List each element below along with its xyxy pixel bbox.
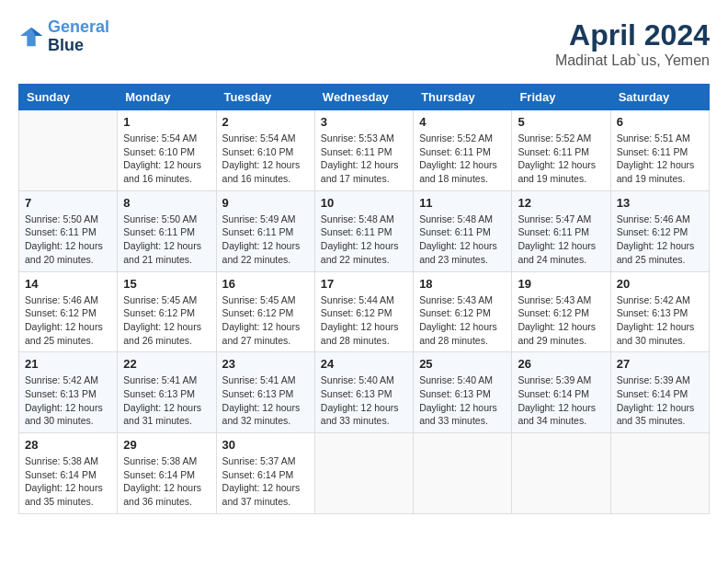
day-info: Sunrise: 5:48 AMSunset: 6:11 PMDaylight:… [419, 213, 506, 267]
location-title: Madinat Lab`us, Yemen [555, 52, 710, 69]
day-number: 21 [25, 357, 111, 371]
day-info: Sunrise: 5:47 AMSunset: 6:11 PMDaylight:… [518, 213, 604, 267]
day-number: 18 [419, 277, 506, 291]
calendar-cell: 17Sunrise: 5:44 AMSunset: 6:12 PMDayligh… [314, 271, 413, 352]
day-info: Sunrise: 5:50 AMSunset: 6:11 PMDaylight:… [25, 213, 111, 267]
day-number: 17 [321, 277, 407, 291]
day-info: Sunrise: 5:38 AMSunset: 6:14 PMDaylight:… [25, 454, 111, 509]
calendar-cell: 25Sunrise: 5:40 AMSunset: 6:13 PMDayligh… [414, 352, 512, 433]
calendar-table: SundayMondayTuesdayWednesdayThursdayFrid… [18, 84, 710, 514]
weekday-header: Friday [512, 85, 610, 110]
day-info: Sunrise: 5:46 AMSunset: 6:12 PMDaylight:… [617, 213, 703, 267]
calendar-cell: 1Sunrise: 5:54 AMSunset: 6:10 PMDaylight… [118, 110, 216, 191]
day-number: 27 [617, 357, 703, 371]
calendar-cell: 12Sunrise: 5:47 AMSunset: 6:11 PMDayligh… [512, 190, 610, 271]
day-info: Sunrise: 5:39 AMSunset: 6:14 PMDaylight:… [617, 373, 703, 428]
calendar-cell: 19Sunrise: 5:43 AMSunset: 6:12 PMDayligh… [512, 271, 610, 352]
calendar-cell: 3Sunrise: 5:53 AMSunset: 6:11 PMDaylight… [314, 110, 413, 191]
day-info: Sunrise: 5:48 AMSunset: 6:11 PMDaylight:… [321, 213, 407, 267]
calendar-cell: 5Sunrise: 5:52 AMSunset: 6:11 PMDaylight… [512, 110, 610, 191]
day-number: 3 [321, 115, 407, 129]
logo-icon [18, 24, 44, 50]
day-info: Sunrise: 5:43 AMSunset: 6:12 PMDaylight:… [419, 293, 506, 348]
calendar-cell: 28Sunrise: 5:38 AMSunset: 6:14 PMDayligh… [19, 433, 118, 514]
calendar-cell [19, 110, 118, 191]
calendar-week-row: 7Sunrise: 5:50 AMSunset: 6:11 PMDaylight… [19, 190, 710, 271]
day-info: Sunrise: 5:37 AMSunset: 6:14 PMDaylight:… [222, 454, 309, 509]
weekday-header: Sunday [19, 85, 118, 110]
day-info: Sunrise: 5:52 AMSunset: 6:11 PMDaylight:… [419, 132, 506, 186]
day-info: Sunrise: 5:43 AMSunset: 6:12 PMDaylight:… [518, 293, 604, 348]
day-info: Sunrise: 5:41 AMSunset: 6:13 PMDaylight:… [222, 373, 309, 428]
day-number: 8 [123, 196, 210, 210]
day-number: 14 [25, 277, 111, 291]
day-info: Sunrise: 5:40 AMSunset: 6:13 PMDaylight:… [419, 373, 506, 428]
calendar-cell: 16Sunrise: 5:45 AMSunset: 6:12 PMDayligh… [216, 271, 314, 352]
day-info: Sunrise: 5:42 AMSunset: 6:13 PMDaylight:… [25, 373, 111, 428]
weekday-header: Thursday [414, 85, 512, 110]
calendar-cell: 21Sunrise: 5:42 AMSunset: 6:13 PMDayligh… [19, 352, 118, 433]
day-number: 30 [222, 438, 309, 452]
day-number: 4 [419, 115, 506, 129]
calendar-cell: 13Sunrise: 5:46 AMSunset: 6:12 PMDayligh… [610, 190, 709, 271]
day-number: 19 [518, 277, 604, 291]
weekday-header: Tuesday [216, 85, 314, 110]
svg-marker-0 [20, 28, 42, 47]
day-info: Sunrise: 5:49 AMSunset: 6:11 PMDaylight:… [222, 213, 309, 267]
month-title: April 2024 [555, 18, 710, 52]
day-number: 26 [518, 357, 604, 371]
page-header: GeneralBlue April 2024 Madinat Lab`us, Y… [18, 18, 710, 69]
day-info: Sunrise: 5:38 AMSunset: 6:14 PMDaylight:… [123, 454, 210, 509]
logo-text: GeneralBlue [48, 18, 109, 55]
day-info: Sunrise: 5:45 AMSunset: 6:12 PMDaylight:… [222, 293, 309, 348]
day-number: 5 [518, 115, 604, 129]
day-number: 24 [321, 357, 407, 371]
day-number: 7 [25, 196, 111, 210]
calendar-week-row: 1Sunrise: 5:54 AMSunset: 6:10 PMDaylight… [19, 110, 710, 191]
calendar-cell: 27Sunrise: 5:39 AMSunset: 6:14 PMDayligh… [610, 352, 709, 433]
day-number: 20 [617, 277, 703, 291]
day-info: Sunrise: 5:39 AMSunset: 6:14 PMDaylight:… [518, 373, 604, 428]
calendar-cell [414, 433, 512, 514]
calendar-cell: 18Sunrise: 5:43 AMSunset: 6:12 PMDayligh… [414, 271, 512, 352]
calendar-cell: 8Sunrise: 5:50 AMSunset: 6:11 PMDaylight… [118, 190, 216, 271]
day-number: 11 [419, 196, 506, 210]
calendar-cell: 14Sunrise: 5:46 AMSunset: 6:12 PMDayligh… [19, 271, 118, 352]
day-number: 15 [123, 277, 210, 291]
day-number: 1 [123, 115, 210, 129]
weekday-header: Saturday [610, 85, 709, 110]
day-info: Sunrise: 5:42 AMSunset: 6:13 PMDaylight:… [617, 293, 703, 348]
calendar-cell: 24Sunrise: 5:40 AMSunset: 6:13 PMDayligh… [314, 352, 413, 433]
title-block: April 2024 Madinat Lab`us, Yemen [555, 18, 710, 69]
day-info: Sunrise: 5:40 AMSunset: 6:13 PMDaylight:… [321, 373, 407, 428]
calendar-cell: 2Sunrise: 5:54 AMSunset: 6:10 PMDaylight… [216, 110, 314, 191]
calendar-week-row: 14Sunrise: 5:46 AMSunset: 6:12 PMDayligh… [19, 271, 710, 352]
calendar-week-row: 28Sunrise: 5:38 AMSunset: 6:14 PMDayligh… [19, 433, 710, 514]
day-number: 12 [518, 196, 604, 210]
weekday-header: Wednesday [314, 85, 413, 110]
logo: GeneralBlue [18, 18, 109, 55]
day-number: 28 [25, 438, 111, 452]
day-number: 23 [222, 357, 309, 371]
calendar-cell: 29Sunrise: 5:38 AMSunset: 6:14 PMDayligh… [118, 433, 216, 514]
day-number: 22 [123, 357, 210, 371]
calendar-cell [512, 433, 610, 514]
day-number: 25 [419, 357, 506, 371]
day-info: Sunrise: 5:44 AMSunset: 6:12 PMDaylight:… [321, 293, 407, 348]
calendar-cell: 9Sunrise: 5:49 AMSunset: 6:11 PMDaylight… [216, 190, 314, 271]
day-info: Sunrise: 5:51 AMSunset: 6:11 PMDaylight:… [617, 132, 703, 186]
calendar-cell: 26Sunrise: 5:39 AMSunset: 6:14 PMDayligh… [512, 352, 610, 433]
calendar-cell: 22Sunrise: 5:41 AMSunset: 6:13 PMDayligh… [118, 352, 216, 433]
calendar-week-row: 21Sunrise: 5:42 AMSunset: 6:13 PMDayligh… [19, 352, 710, 433]
calendar-cell [314, 433, 413, 514]
calendar-cell: 4Sunrise: 5:52 AMSunset: 6:11 PMDaylight… [414, 110, 512, 191]
day-info: Sunrise: 5:41 AMSunset: 6:13 PMDaylight:… [123, 373, 210, 428]
calendar-cell: 11Sunrise: 5:48 AMSunset: 6:11 PMDayligh… [414, 190, 512, 271]
calendar-header-row: SundayMondayTuesdayWednesdayThursdayFrid… [19, 85, 710, 110]
calendar-cell: 23Sunrise: 5:41 AMSunset: 6:13 PMDayligh… [216, 352, 314, 433]
day-number: 13 [617, 196, 703, 210]
day-info: Sunrise: 5:46 AMSunset: 6:12 PMDaylight:… [25, 293, 111, 348]
day-number: 2 [222, 115, 309, 129]
calendar-cell: 10Sunrise: 5:48 AMSunset: 6:11 PMDayligh… [314, 190, 413, 271]
calendar-cell: 20Sunrise: 5:42 AMSunset: 6:13 PMDayligh… [610, 271, 709, 352]
